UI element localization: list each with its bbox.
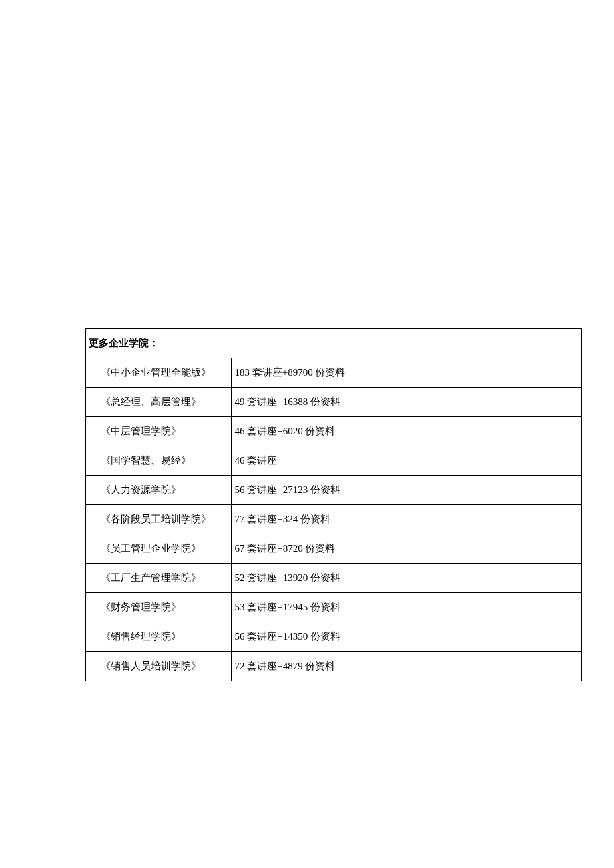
college-name: 《财务管理学院》	[86, 593, 232, 622]
college-name: 《总经理、高层管理》	[86, 388, 232, 417]
college-desc: 46 套讲座+6020 份资料	[232, 417, 378, 446]
table-body: 更多企业学院： 《中小企业管理全能版》 183 套讲座+89700 份资料 《总…	[86, 329, 582, 681]
college-name: 《员工管理企业学院》	[86, 534, 232, 564]
college-name: 《中层管理学院》	[86, 417, 232, 446]
college-desc: 72 套讲座+4879 份资料	[232, 652, 378, 681]
table-row: 《人力资源学院》 56 套讲座+27123 份资料	[86, 476, 582, 505]
empty-cell	[378, 534, 581, 564]
table-row: 《销售经理学院》 56 套讲座+14350 份资料	[86, 622, 582, 652]
table-row: 《各阶段员工培训学院》 77 套讲座+324 份资料	[86, 505, 582, 534]
empty-cell	[378, 652, 581, 681]
empty-cell	[378, 505, 581, 534]
college-name: 《工厂生产管理学院》	[86, 564, 232, 593]
college-desc: 52 套讲座+13920 份资料	[232, 564, 378, 593]
college-desc: 53 套讲座+17945 份资料	[232, 593, 378, 622]
empty-cell	[378, 476, 581, 505]
table-row: 《工厂生产管理学院》 52 套讲座+13920 份资料	[86, 564, 582, 593]
college-table: 更多企业学院： 《中小企业管理全能版》 183 套讲座+89700 份资料 《总…	[85, 328, 582, 681]
empty-cell	[378, 358, 581, 388]
empty-cell	[378, 388, 581, 417]
empty-cell	[378, 593, 581, 622]
table-row: 《中小企业管理全能版》 183 套讲座+89700 份资料	[86, 358, 582, 388]
college-desc: 46 套讲座	[232, 446, 378, 476]
table-row: 《中层管理学院》 46 套讲座+6020 份资料	[86, 417, 582, 446]
college-desc: 67 套讲座+8720 份资料	[232, 534, 378, 564]
college-desc: 49 套讲座+16388 份资料	[232, 388, 378, 417]
table-row: 《总经理、高层管理》 49 套讲座+16388 份资料	[86, 388, 582, 417]
college-desc: 183 套讲座+89700 份资料	[232, 358, 378, 388]
college-desc: 77 套讲座+324 份资料	[232, 505, 378, 534]
table-row: 《员工管理企业学院》 67 套讲座+8720 份资料	[86, 534, 582, 564]
college-desc: 56 套讲座+14350 份资料	[232, 622, 378, 652]
table-row: 《财务管理学院》 53 套讲座+17945 份资料	[86, 593, 582, 622]
document-page: 更多企业学院： 《中小企业管理全能版》 183 套讲座+89700 份资料 《总…	[0, 0, 614, 868]
college-name: 《销售人员培训学院》	[86, 652, 232, 681]
empty-cell	[378, 417, 581, 446]
college-name: 《各阶段员工培训学院》	[86, 505, 232, 534]
college-name: 《人力资源学院》	[86, 476, 232, 505]
table-row: 《国学智慧、易经》 46 套讲座	[86, 446, 582, 476]
college-name: 《销售经理学院》	[86, 622, 232, 652]
table-header-cell: 更多企业学院：	[86, 329, 582, 358]
college-name: 《国学智慧、易经》	[86, 446, 232, 476]
empty-cell	[378, 622, 581, 652]
table-row: 《销售人员培训学院》 72 套讲座+4879 份资料	[86, 652, 582, 681]
table-header-row: 更多企业学院：	[86, 329, 582, 358]
college-desc: 56 套讲座+27123 份资料	[232, 476, 378, 505]
college-name: 《中小企业管理全能版》	[86, 358, 232, 388]
empty-cell	[378, 446, 581, 476]
empty-cell	[378, 564, 581, 593]
